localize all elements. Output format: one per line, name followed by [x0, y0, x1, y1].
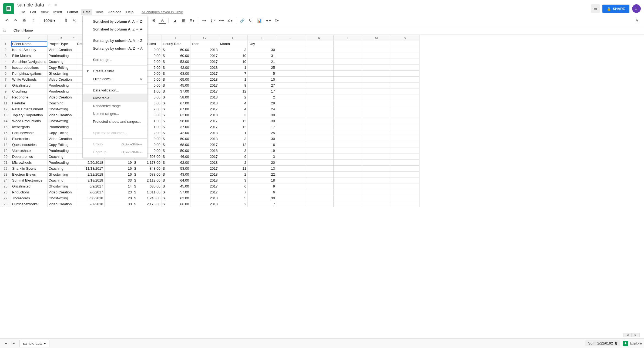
cell-K8[interactable]	[305, 83, 333, 88]
row-header-16[interactable]: 16	[0, 130, 11, 136]
cell-L6[interactable]	[333, 71, 362, 77]
paint-format-button[interactable]: ⟟	[29, 17, 37, 24]
cell-B20[interactable]: Coaching	[47, 154, 76, 160]
cell-J13[interactable]	[276, 112, 305, 118]
cell-K26[interactable]	[305, 189, 333, 195]
cell-K2[interactable]	[305, 47, 333, 53]
cell-A15[interactable]: Icebergarts	[11, 124, 48, 130]
menu-sort-range-za[interactable]: Sort range by column A, Z → A	[83, 45, 147, 52]
cell-N12[interactable]	[391, 106, 419, 112]
cell-E24[interactable]: 2,112.00	[133, 178, 162, 183]
cell-J7[interactable]	[276, 77, 305, 83]
cell-K25[interactable]	[305, 183, 333, 189]
cell-M8[interactable]	[362, 83, 391, 88]
filter-button[interactable]: ▼▾	[264, 17, 272, 24]
h-align-button[interactable]: ≡▾	[200, 17, 208, 24]
cell-E23[interactable]: 688.00	[133, 172, 162, 178]
cell-G6[interactable]: 2017	[190, 71, 219, 77]
cell-G10[interactable]: 2018	[190, 94, 219, 100]
wrap-button[interactable]: ↩▾	[217, 17, 225, 24]
row-header-20[interactable]: 20	[0, 154, 11, 160]
cell-G25[interactable]: 2017	[190, 183, 219, 189]
cell-A22[interactable]: Sharkfin Sports	[11, 166, 48, 172]
cell-G23[interactable]: 2018	[190, 172, 219, 178]
cell-I27[interactable]: 30	[247, 195, 276, 201]
comments-button[interactable]: ▭	[591, 4, 600, 13]
cell-M2[interactable]	[362, 47, 391, 53]
menu-help[interactable]: Help	[124, 9, 136, 15]
cell-L21[interactable]	[333, 160, 362, 166]
cell-I16[interactable]: 25	[247, 130, 276, 136]
cell-H16[interactable]: 1	[219, 130, 247, 136]
cell-N18[interactable]	[391, 142, 419, 148]
menu-file[interactable]: File	[17, 9, 27, 15]
cell-B15[interactable]: Proofreading	[47, 124, 76, 130]
cell-N22[interactable]	[391, 166, 419, 172]
cell-A4[interactable]: Sunshine Navigations	[11, 59, 48, 65]
cell-B14[interactable]: Ghostwriting	[47, 118, 76, 124]
cell-B2[interactable]: Video Creation	[47, 47, 76, 53]
cell-L10[interactable]	[333, 94, 362, 100]
cell-F16[interactable]: 42.00	[162, 130, 190, 136]
cell-A27[interactable]: Thorecords	[11, 195, 48, 201]
cell-K3[interactable]	[305, 53, 333, 59]
cell-E25[interactable]: 630.00	[133, 183, 162, 189]
share-button[interactable]: 🔒SHARE	[602, 5, 629, 13]
cell-H8[interactable]: 8	[219, 83, 247, 88]
menu-tools[interactable]: Tools	[93, 9, 105, 15]
cell-L15[interactable]	[333, 124, 362, 130]
cell-M11[interactable]	[362, 100, 391, 106]
cell-K18[interactable]	[305, 142, 333, 148]
cell-G24[interactable]: 2018	[190, 178, 219, 183]
cell-M24[interactable]	[362, 178, 391, 183]
cell-L1[interactable]	[333, 41, 362, 47]
col-header-N[interactable]: N	[391, 35, 419, 41]
cell-K24[interactable]	[305, 178, 333, 183]
cell-J9[interactable]	[276, 88, 305, 94]
col-header-A[interactable]: A	[11, 35, 48, 41]
cell-J21[interactable]	[276, 160, 305, 166]
cell-H1[interactable]: Month	[219, 41, 247, 47]
cell-M19[interactable]	[362, 148, 391, 154]
cell-B10[interactable]: Video Creation	[47, 94, 76, 100]
col-header-K[interactable]: K	[305, 35, 333, 41]
cell-L20[interactable]	[333, 154, 362, 160]
cell-D26[interactable]: 23	[104, 189, 133, 195]
cell-C27[interactable]: 5/30/2018	[76, 195, 104, 201]
cell-K13[interactable]	[305, 112, 333, 118]
cell-B5[interactable]: Copy Editing	[47, 65, 76, 71]
cell-L24[interactable]	[333, 178, 362, 183]
cell-G20[interactable]: 2017	[190, 154, 219, 160]
cell-F15[interactable]: 37.00	[162, 124, 190, 130]
cell-M3[interactable]	[362, 53, 391, 59]
cell-G17[interactable]: 2018	[190, 136, 219, 142]
row-header-7[interactable]: 7	[0, 77, 11, 83]
cell-F8[interactable]: 45.00	[162, 83, 190, 88]
cell-N8[interactable]	[391, 83, 419, 88]
cell-N23[interactable]	[391, 172, 419, 178]
cell-D22[interactable]: 16	[104, 166, 133, 172]
cell-G26[interactable]: 2017	[190, 189, 219, 195]
menu-sort-range[interactable]: Sort range...	[83, 56, 147, 64]
col-header-I[interactable]: I	[247, 35, 276, 41]
cell-F2[interactable]: 50.00	[162, 47, 190, 53]
cell-H11[interactable]: 4	[219, 100, 247, 106]
cell-I17[interactable]: 30	[247, 136, 276, 142]
doc-title[interactable]: sample-data	[17, 2, 44, 8]
col-header-B[interactable]: B▾	[47, 35, 76, 41]
cell-C22[interactable]: 11/13/2017	[76, 166, 104, 172]
cell-I24[interactable]: 18	[247, 178, 276, 183]
cell-F28[interactable]: 66.00	[162, 201, 190, 207]
cell-K11[interactable]	[305, 100, 333, 106]
cell-F4[interactable]: 53.00	[162, 59, 190, 65]
cell-J3[interactable]	[276, 53, 305, 59]
menu-create-filter[interactable]: ▼Create a filter	[83, 67, 147, 75]
cell-B9[interactable]: Proofreading	[47, 88, 76, 94]
cell-H6[interactable]: 7	[219, 71, 247, 77]
fill-color-button[interactable]: ◢	[171, 17, 178, 24]
cell-L5[interactable]	[333, 65, 362, 71]
cell-A26[interactable]: Priductions	[11, 189, 48, 195]
cell-G22[interactable]: 2017	[190, 166, 219, 172]
cell-J18[interactable]	[276, 142, 305, 148]
cell-M25[interactable]	[362, 183, 391, 189]
